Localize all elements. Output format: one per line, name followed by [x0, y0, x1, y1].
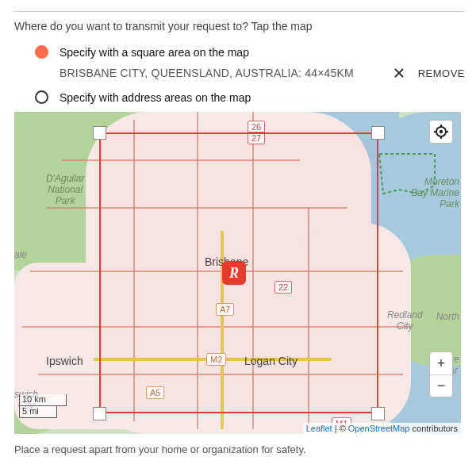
scale-mi: 5 mi — [19, 406, 57, 418]
option-square-area-label: Specify with a square area on the map — [60, 46, 249, 59]
svg-point-1 — [440, 130, 443, 133]
zoom-in-button[interactable]: + — [430, 352, 452, 374]
option-address-areas[interactable]: Specify with address areas on the map — [14, 87, 465, 107]
selected-area-description: BRISBANE CITY, QUEENSLAND, AUSTRALIA: 44… — [60, 67, 354, 79]
locate-icon — [433, 124, 449, 140]
close-icon[interactable] — [393, 67, 405, 79]
label-ale: ale — [14, 250, 27, 261]
label-ipswich: Ipswich — [46, 355, 83, 367]
scale-bar: 10 km 5 mi — [19, 394, 67, 418]
helper-text: Place a request apart from your home or … — [14, 443, 465, 455]
locate-button[interactable] — [429, 120, 453, 144]
selected-area-row: BRISBANE CITY, QUEENSLAND, AUSTRALIA: 44… — [14, 62, 465, 87]
radio-selected-icon — [35, 45, 48, 59]
resize-handle-ne[interactable] — [371, 126, 385, 140]
map[interactable]: D'Aguilar National Park Moreton Bay Mari… — [14, 112, 461, 434]
map-attribution: Leaflet | © OpenStreetMap contributors — [303, 423, 461, 434]
label-moreton: Moreton Bay Marine Park — [411, 177, 459, 209]
resize-handle-sw[interactable] — [93, 407, 106, 420]
osm-link[interactable]: OpenStreetMap — [348, 424, 410, 433]
zoom-control: + − — [429, 351, 453, 397]
map-pin[interactable]: R — [222, 261, 246, 285]
scale-km: 10 km — [19, 394, 67, 406]
label-redland: Redland City — [387, 310, 423, 332]
resize-handle-se[interactable] — [371, 407, 385, 420]
option-square-area[interactable]: Specify with a square area on the map — [14, 42, 465, 62]
label-north: North — [436, 312, 459, 323]
radio-empty-icon — [35, 90, 48, 104]
remove-button[interactable]: REMOVE — [418, 67, 465, 79]
leaflet-link[interactable]: Leaflet — [306, 424, 332, 433]
label-daguilar-park: D'Aguilar National Park — [46, 174, 84, 206]
resize-handle-nw[interactable] — [93, 126, 106, 140]
zoom-out-button[interactable]: − — [430, 374, 452, 397]
prompt-question: Where do you want to transmit your reque… — [14, 20, 465, 33]
option-address-areas-label: Specify with address areas on the map — [60, 91, 251, 104]
